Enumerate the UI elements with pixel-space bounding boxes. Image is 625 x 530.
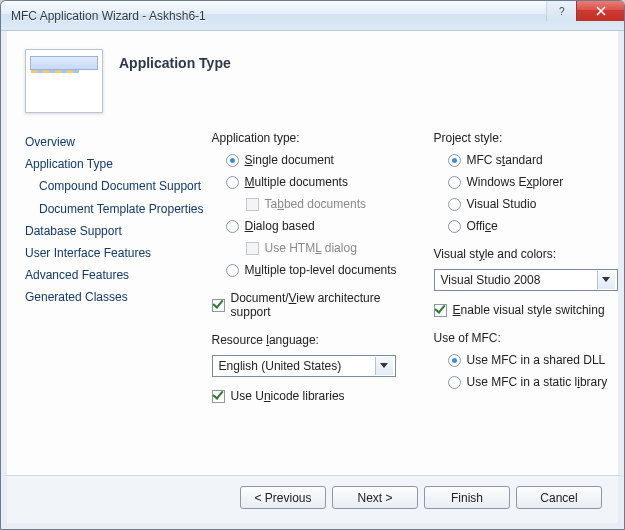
help-button[interactable]: ?	[546, 1, 576, 21]
check-icon	[434, 304, 447, 317]
titlebar: MFC Application Wizard - Askhsh6-1 ?	[1, 1, 624, 31]
sidebar-item-compound-doc[interactable]: Compound Document Support	[25, 175, 204, 197]
window-title: MFC Application Wizard - Askhsh6-1	[11, 9, 546, 23]
app-type-label: Application type:	[212, 131, 416, 145]
check-label: Document/View architecture support	[231, 291, 416, 319]
radio-label: Office	[467, 219, 498, 233]
project-style-label: Project style:	[434, 131, 618, 145]
radio-multiple-documents[interactable]: Multiple documents	[212, 173, 416, 191]
use-of-mfc-label: Use of MFC:	[434, 331, 618, 345]
check-unicode[interactable]: Use Unicode libraries	[212, 387, 416, 405]
select-value: Visual Studio 2008	[441, 273, 541, 287]
radio-icon	[448, 198, 461, 211]
radio-label: Dialog based	[245, 219, 315, 233]
sidebar-item-generated[interactable]: Generated Classes	[25, 286, 204, 308]
check-style-switching[interactable]: Enable visual style switching	[434, 301, 618, 319]
radio-icon	[448, 176, 461, 189]
cancel-button[interactable]: Cancel	[516, 486, 602, 509]
close-button[interactable]	[576, 1, 624, 21]
radio-mfc-shared[interactable]: Use MFC in a shared DLL	[434, 351, 618, 369]
radio-label: Multiple documents	[245, 175, 348, 189]
radio-icon	[448, 220, 461, 233]
radio-dialog-based[interactable]: Dialog based	[212, 217, 416, 235]
radio-icon	[226, 176, 239, 189]
check-icon	[246, 198, 259, 211]
check-label: Use HTML dialog	[265, 241, 357, 255]
check-label: Enable visual style switching	[453, 303, 605, 317]
check-tabbed-documents: Tabbed documents	[212, 195, 416, 213]
radio-icon	[226, 220, 239, 233]
sidebar-item-doc-template[interactable]: Document Template Properties	[25, 198, 204, 220]
page-title: Application Type	[119, 55, 231, 113]
wizard-window: MFC Application Wizard - Askhsh6-1 ? App…	[0, 0, 625, 530]
resource-lang-label: Resource language:	[212, 333, 416, 347]
radio-icon	[226, 154, 239, 167]
check-html-dialog: Use HTML dialog	[212, 239, 416, 257]
radio-label: Visual Studio	[467, 197, 537, 211]
sidebar: Overview Application Type Compound Docum…	[25, 127, 204, 471]
radio-office[interactable]: Office	[434, 217, 618, 235]
check-label: Use Unicode libraries	[231, 389, 345, 403]
sidebar-item-overview[interactable]: Overview	[25, 131, 204, 153]
svg-text:?: ?	[559, 6, 565, 16]
radio-icon	[448, 354, 461, 367]
resource-language-select[interactable]: English (United States)	[212, 355, 396, 377]
radio-icon	[448, 154, 461, 167]
visual-style-label: Visual style and colors:	[434, 247, 618, 261]
check-label: Tabbed documents	[265, 197, 366, 211]
previous-button[interactable]: < Previous	[240, 486, 326, 509]
preview-image	[25, 49, 103, 113]
select-value: English (United States)	[219, 359, 342, 373]
radio-label: Use MFC in a shared DLL	[467, 353, 606, 367]
radio-label: Multiple top-level documents	[245, 263, 397, 277]
visual-style-select[interactable]: Visual Studio 2008	[434, 269, 618, 291]
radio-windows-explorer[interactable]: Windows Explorer	[434, 173, 618, 191]
radio-visual-studio[interactable]: Visual Studio	[434, 195, 618, 213]
check-icon	[212, 390, 225, 403]
radio-mfc-standard[interactable]: MFC standard	[434, 151, 618, 169]
radio-icon	[226, 264, 239, 277]
sidebar-item-application-type[interactable]: Application Type	[25, 153, 204, 175]
radio-label: Windows Explorer	[467, 175, 564, 189]
sidebar-item-database[interactable]: Database Support	[25, 220, 204, 242]
finish-button[interactable]: Finish	[424, 486, 510, 509]
chevron-down-icon	[597, 271, 615, 289]
radio-multiple-top-level[interactable]: Multiple top-level documents	[212, 261, 416, 279]
check-icon	[212, 299, 225, 312]
check-icon	[246, 242, 259, 255]
check-doc-view[interactable]: Document/View architecture support	[212, 289, 416, 321]
next-button[interactable]: Next >	[332, 486, 418, 509]
radio-label: Use MFC in a static library	[467, 375, 608, 389]
radio-icon	[448, 376, 461, 389]
button-row: < Previous Next > Finish Cancel	[1, 475, 624, 529]
chevron-down-icon	[375, 357, 393, 375]
radio-label: MFC standard	[467, 153, 543, 167]
radio-mfc-static[interactable]: Use MFC in a static library	[434, 373, 618, 391]
sidebar-item-advanced[interactable]: Advanced Features	[25, 264, 204, 286]
sidebar-item-ui-features[interactable]: User Interface Features	[25, 242, 204, 264]
radio-single-document[interactable]: Single document	[212, 151, 416, 169]
radio-label: Single document	[245, 153, 334, 167]
